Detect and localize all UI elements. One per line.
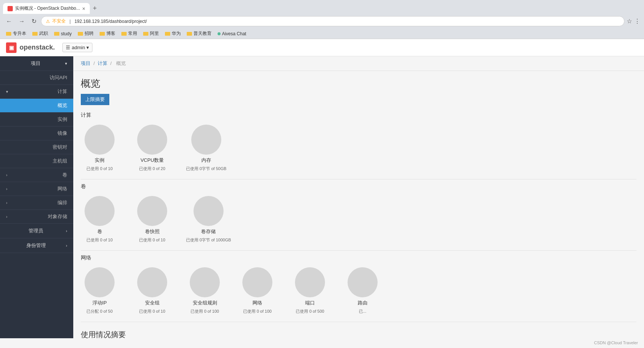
tab-bar: 实例概况 - OpenStack Dashbo... × + [0, 0, 644, 14]
sidebar-item-compute[interactable]: ▾ 计算 [0, 85, 73, 99]
quota-circle-volume-storage [194, 196, 224, 226]
admin-icon: ☰ [66, 45, 70, 50]
sidebar-item-label: 镜像 [57, 130, 67, 136]
divider-1 [81, 179, 636, 179]
bookmark-huawei[interactable]: 华为 [163, 30, 183, 38]
sidebar-item-instances[interactable]: 实例 [0, 113, 73, 127]
network-quota-row: 浮动IP 已分配 0 of 50 安全组 已使用 0 of 10 安全组规则 已… [81, 267, 636, 314]
bookmark-icon [121, 32, 127, 36]
bookmark-label: 阿里 [150, 30, 159, 37]
bookmark-boke[interactable]: 博客 [97, 30, 118, 38]
sidebar-item-volumes[interactable]: › 卷 [0, 168, 73, 182]
breadcrumb-project[interactable]: 项目 [81, 60, 91, 66]
sidebar-item-access-api[interactable]: 访问API [0, 71, 73, 85]
new-tab-button[interactable]: + [90, 3, 100, 14]
top-nav: ▣ openstack. ☰ admin ▾ [0, 39, 644, 56]
quota-name-memory: 内存 [201, 157, 211, 164]
volumes-chevron-icon: › [6, 173, 8, 177]
bookmark-icon [165, 32, 170, 36]
browser-controls: ← → ↻ ⚠ 不安全 | 192.168.129.185/dashboard/… [0, 14, 644, 29]
admin-section-chevron-icon: › [66, 229, 67, 233]
sidebar-item-label: 实例 [57, 116, 67, 122]
quota-circle-security-rules [190, 267, 220, 297]
more-options-button[interactable]: ⋮ [634, 18, 640, 25]
main-layout: 项目 ▾ 访问API ▾ 计算 概览 实例 镜像 密钥对 [0, 56, 644, 338]
sidebar-item-label: 编排 [57, 199, 67, 206]
admin-menu[interactable]: ☰ admin ▾ [62, 43, 92, 52]
quota-used-ports: 已使用 0 of 500 [296, 309, 324, 314]
bookmark-icon [143, 32, 148, 36]
bookmark-zhaopin[interactable]: 招聘 [76, 30, 96, 38]
sidebar-section-admin[interactable]: 管理员 › [0, 224, 73, 238]
orchestration-chevron-icon: › [6, 200, 8, 205]
sidebar-item-overview[interactable]: 概览 [0, 99, 73, 113]
divider-3 [81, 322, 636, 322]
bookmark-label: 博客 [106, 30, 115, 37]
object-storage-chevron-icon: › [6, 214, 8, 219]
reload-button[interactable]: ↻ [29, 17, 39, 26]
bookmark-icon [100, 32, 105, 36]
quota-name-security-rules: 安全组规则 [193, 300, 217, 306]
quota-used-memory: 已使用 0字节 of 50GB [186, 166, 227, 172]
openstack-app: ▣ openstack. ☰ admin ▾ 项目 ▾ 访问API ▾ 计算 [0, 39, 644, 338]
sidebar-item-images[interactable]: 镜像 [0, 127, 73, 140]
sidebar-item-network[interactable]: › 网络 [0, 182, 73, 196]
quota-item-instances: 实例 已使用 0 of 10 [81, 125, 118, 172]
breadcrumb-compute[interactable]: 计算 [98, 60, 107, 66]
quota-circle-network [242, 267, 272, 297]
breadcrumb-overview: 概览 [116, 60, 126, 66]
browser-chrome: 实例概况 - OpenStack Dashbo... × + ← → ↻ ⚠ 不… [0, 0, 644, 39]
bookmark-star-button[interactable]: ☆ [627, 18, 632, 25]
logo-icon: ▣ [6, 42, 17, 53]
sidebar: 项目 ▾ 访问API ▾ 计算 概览 实例 镜像 密钥对 [0, 56, 73, 338]
quota-circle-memory [191, 125, 221, 155]
quota-name-volume-storage: 卷存储 [201, 228, 216, 235]
sidebar-item-object-storage[interactable]: › 对象存储 [0, 210, 73, 224]
bookmark-study[interactable]: study [52, 30, 74, 37]
sidebar-section-project[interactable]: 项目 ▾ [0, 56, 73, 71]
address-bar[interactable]: ⚠ 不安全 | 192.168.129.185/dashboard/projec… [41, 16, 624, 26]
bookmark-changyong[interactable]: 常用 [119, 30, 139, 38]
quota-item-floating-ip: 浮动IP 已分配 0 of 50 [81, 267, 118, 314]
quota-circle-floating-ip [85, 267, 115, 297]
project-chevron-icon: ▾ [65, 61, 67, 66]
bookmark-icon [32, 32, 38, 36]
quota-used-router: 已... [359, 309, 366, 314]
bookmark-wuzhi[interactable]: 武职 [30, 30, 50, 38]
active-tab[interactable]: 实例概况 - OpenStack Dashbo... × [3, 3, 90, 14]
forward-button[interactable]: → [17, 17, 27, 26]
sidebar-section-identity[interactable]: 身份管理 › [0, 238, 73, 253]
bookmark-putian[interactable]: 普天教育 [184, 30, 214, 38]
limit-summary-label: 上限摘要 [81, 94, 109, 105]
quota-used-security-rules: 已使用 0 of 100 [190, 309, 219, 314]
bookmark-zhuanshengben[interactable]: 专升本 [4, 30, 29, 38]
security-warning-icon: ⚠ [46, 19, 50, 24]
tab-close-button[interactable]: × [82, 6, 85, 12]
sidebar-item-label: 主机组 [53, 158, 67, 164]
quota-circle-instances [85, 125, 115, 155]
quota-name-network: 网络 [252, 300, 262, 306]
quota-item-vcpu: VCPU数量 已使用 0 of 20 [133, 125, 171, 172]
back-button[interactable]: ← [4, 17, 14, 26]
quota-used-volume-snapshots: 已使用 0 of 10 [139, 237, 165, 243]
bookmark-ali[interactable]: 阿里 [141, 30, 161, 38]
sidebar-item-label: 卷 [62, 172, 67, 178]
bookmark-label: study [61, 31, 72, 36]
quota-used-volumes: 已使用 0 of 10 [86, 237, 113, 243]
sidebar-item-label: 访问API [50, 75, 67, 80]
bookmark-icon [6, 32, 11, 36]
sidebar-item-keypairs[interactable]: 密钥对 [0, 140, 73, 154]
identity-chevron-icon: › [66, 243, 67, 248]
sidebar-item-orchestration[interactable]: › 编排 [0, 196, 73, 210]
sidebar-item-server-groups[interactable]: 主机组 [0, 154, 73, 168]
compute-label: 计算 [81, 112, 636, 119]
quota-circle-volumes [85, 196, 115, 226]
sidebar-item-label: 对象存储 [48, 213, 67, 220]
quota-item-security-groups: 安全组 已使用 0 of 10 [133, 267, 171, 314]
bookmark-label: 武职 [39, 30, 48, 37]
aivesa-icon [218, 32, 221, 35]
quota-used-volume-storage: 已使用 0字节 of 1000GB [186, 237, 231, 243]
quota-name-security-groups: 安全组 [145, 300, 160, 306]
page-header: 概览 [73, 71, 644, 94]
bookmark-aivesa[interactable]: Aivesa Chat [215, 30, 249, 37]
